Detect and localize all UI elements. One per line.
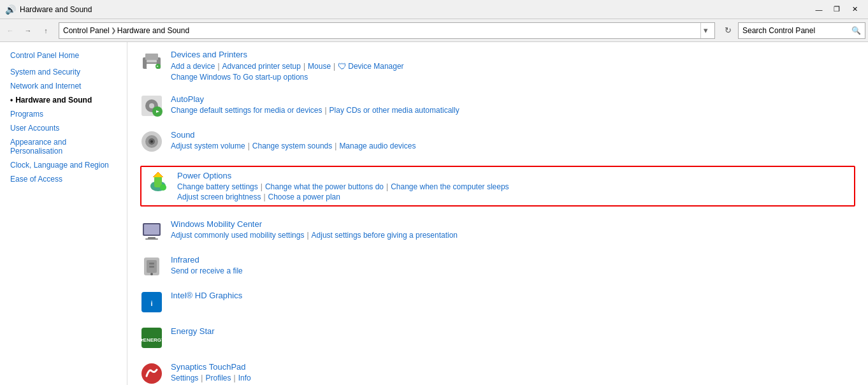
forward-button[interactable]: → [20,23,36,38]
energystar-title[interactable]: Energy Star [171,326,215,336]
devices-printers-links: Add a device | Advanced printer setup | … [171,61,404,71]
power-options-content: Power Options Change battery settings | … [177,171,509,201]
link-change-battery[interactable]: Change battery settings [177,182,258,191]
link-synaptics-profiles[interactable]: Profiles [205,374,231,382]
link-presentation[interactable]: Adjust settings before giving a presenta… [312,231,458,240]
svg-rect-1 [145,54,158,60]
svg-text:i: i [150,300,152,307]
energystar-icon: ★ENERGY [140,326,163,349]
mobility-title[interactable]: Windows Mobility Center [171,219,458,229]
autoplay-links: Change default settings for media or dev… [171,106,459,115]
svg-point-31 [141,363,162,384]
link-add-device[interactable]: Add a device [171,62,215,71]
sound-content: Sound Adjust system volume | Change syst… [171,130,416,150]
svg-rect-2 [147,64,157,69]
sidebar-item-appearance[interactable]: Appearance and Personalisation [0,135,127,158]
address-path: Control Panel ❯ Hardware and Sound [63,26,698,35]
close-button[interactable]: ✕ [846,3,863,16]
section-mobility: Windows Mobility Center Adjust commonly … [140,219,855,242]
svg-point-17 [160,184,166,191]
link-screen-brightness[interactable]: Adjust screen brightness [177,192,261,201]
refresh-button[interactable]: ↻ [720,22,735,39]
search-box: 🔍 [738,22,865,39]
section-energystar: ★ENERGY Energy Star [140,326,855,349]
link-manage-audio[interactable]: Manage audio devices [339,142,416,150]
search-input[interactable] [742,26,851,35]
maximize-button[interactable]: ❐ [828,3,845,16]
devices-printers-content: Devices and Printers Add a device | Adva… [171,50,404,82]
minimize-button[interactable]: — [811,3,827,16]
link-change-default-settings[interactable]: Change default settings for media or dev… [171,106,322,115]
energystar-content: Energy Star [171,326,215,338]
svg-rect-3 [147,60,157,62]
link-computer-sleeps[interactable]: Change when the computer sleeps [391,182,509,191]
svg-rect-25 [149,263,154,265]
link-send-receive[interactable]: Send or receive a file [171,266,243,275]
section-devices-printers: Devices and Printers Add a device | Adva… [140,50,855,82]
svg-point-8 [149,103,154,108]
mobility-content: Windows Mobility Center Adjust commonly … [171,219,458,240]
section-sound: Sound Adjust system volume | Change syst… [140,130,855,153]
svg-point-14 [150,140,153,143]
section-power-options: Power Options Change battery settings | … [140,166,855,207]
link-play-cds[interactable]: Play CDs or other media automatically [329,106,459,115]
sidebar-item-programs[interactable]: Programs [0,107,127,121]
devices-printers-icon [140,50,163,73]
link-mobility-settings[interactable]: Adjust commonly used mobility settings [171,231,304,240]
address-bar: Control Panel ❯ Hardware and Sound ▾ [59,22,715,39]
section-autoplay: AutoPlay Change default settings for med… [140,94,855,117]
path-segment-controlpanel[interactable]: Control Panel [63,26,110,35]
sidebar-item-clock[interactable]: Clock, Language and Region [0,158,127,172]
back-button[interactable]: ← [3,23,18,38]
autoplay-content: AutoPlay Change default settings for med… [171,94,459,115]
sidebar-item-system[interactable]: System and Security [0,65,127,79]
synaptics-title[interactable]: Synaptics TouchPad [171,362,251,372]
svg-rect-19 [144,224,159,235]
svg-point-24 [150,273,153,275]
titlebar: 🔊 Hardware and Sound — ❐ ✕ [0,0,868,19]
link-mouse[interactable]: Mouse [308,62,331,71]
sidebar-item-useraccts[interactable]: User Accounts [0,121,127,135]
sidebar-item-ease[interactable]: Ease of Access [0,172,127,186]
intel-icon: i [140,291,163,314]
sidebar-item-network[interactable]: Network and Internet [0,79,127,93]
link-power-plan[interactable]: Choose a power plan [268,192,340,201]
link-adjust-volume[interactable]: Adjust system volume [171,142,245,150]
sidebar: Control Panel Home System and Security N… [0,42,127,385]
synaptics-icon [140,362,163,385]
section-synaptics: Synaptics TouchPad Settings | Profiles |… [140,362,855,385]
sidebar-item-hardware[interactable]: Hardware and Sound [0,93,127,107]
power-icon [147,171,170,194]
section-intel: i Intel® HD Graphics [140,291,855,314]
link-windows-to-go[interactable]: Change Windows To Go start-up options [171,73,308,82]
intel-title[interactable]: Intel® HD Graphics [171,291,242,300]
synaptics-content: Synaptics TouchPad Settings | Profiles |… [171,362,251,382]
sound-links: Adjust system volume | Change system sou… [171,142,416,150]
power-options-title[interactable]: Power Options [177,171,509,180]
address-dropdown-button[interactable]: ▾ [700,23,711,38]
infrared-title[interactable]: Infrared [171,255,243,265]
sidebar-item-home[interactable]: Control Panel Home [0,48,127,62]
window-controls: — ❐ ✕ [811,3,863,16]
power-options-links1: Change battery settings | Change what th… [177,182,509,191]
link-power-buttons[interactable]: Change what the power buttons do [265,182,384,191]
link-synaptics-info[interactable]: Info [238,374,251,382]
sound-title[interactable]: Sound [171,130,416,140]
search-submit-button[interactable]: 🔍 [851,26,861,35]
up-button[interactable]: ↑ [38,23,54,38]
svg-text:★ENERGY: ★ENERGY [140,337,163,343]
path-segment-hardwaresound[interactable]: Hardware and Sound [117,26,189,35]
infrared-content: Infrared Send or receive a file [171,255,243,275]
autoplay-icon [140,94,163,117]
link-device-manager[interactable]: Device Manager [348,62,403,71]
link-change-sounds[interactable]: Change system sounds [252,142,332,150]
autoplay-title[interactable]: AutoPlay [171,94,459,104]
devices-printers-links2: Change Windows To Go start-up options [171,73,404,82]
titlebar-icon: 🔊 [5,4,16,15]
section-infrared: Infrared Send or receive a file [140,255,855,278]
power-options-links2: Adjust screen brightness | Choose a powe… [177,192,509,201]
synaptics-links: Settings | Profiles | Info [171,374,251,382]
link-advanced-printer-setup[interactable]: Advanced printer setup [222,62,301,71]
devices-printers-title[interactable]: Devices and Printers [171,50,404,59]
link-synaptics-settings[interactable]: Settings [171,374,198,382]
